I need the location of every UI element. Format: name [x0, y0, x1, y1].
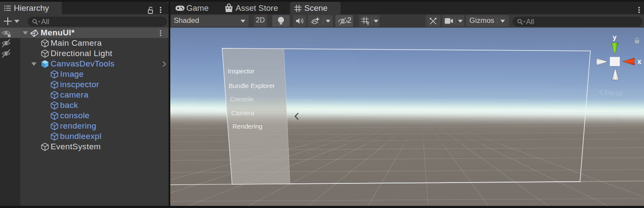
svg-text:Persp: Persp [605, 89, 623, 97]
svg-text:Y: Y [367, 22, 370, 26]
svg-text:Inspector: Inspector [228, 67, 255, 75]
svg-text:x: x [638, 58, 641, 65]
svg-text:Rendering: Rendering [233, 123, 262, 130]
svg-text:Bundle Explorer: Bundle Explorer [229, 82, 275, 89]
svg-text:y: y [613, 34, 617, 41]
svg-text:Console: Console [230, 95, 254, 103]
svg-text:Camera: Camera [231, 109, 255, 117]
